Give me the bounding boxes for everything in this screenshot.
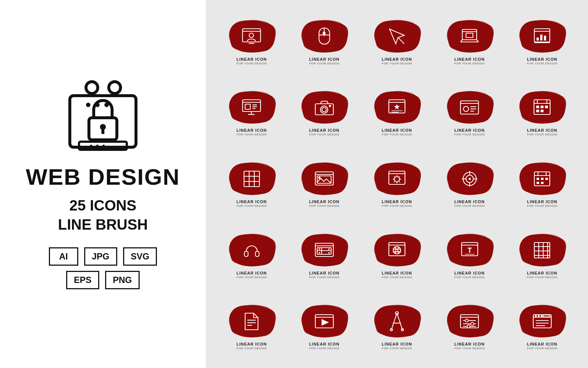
svg-point-141 [465, 319, 468, 322]
brush-bg-13 [371, 160, 423, 197]
icon-label-sub-10: FOR YOUR DESIGN [527, 133, 557, 136]
svg-point-3 [86, 103, 90, 107]
svg-rect-58 [536, 106, 539, 108]
svg-rect-28 [540, 35, 542, 40]
svg-point-42 [329, 105, 331, 107]
svg-rect-27 [537, 38, 539, 40]
icon-label-main-14: LINEAR ICON [454, 199, 485, 204]
icon-cell-2: LINEAR ICONFOR YOUR DESIGN [290, 7, 359, 76]
icon-cell-12: LINEAR ICONFOR YOUR DESIGN [290, 150, 359, 218]
icon-symbol-2 [316, 26, 333, 46]
icon-symbol-19: T [460, 241, 479, 259]
svg-point-149 [538, 315, 539, 317]
svg-point-19 [323, 32, 326, 35]
svg-rect-94 [537, 178, 539, 180]
icon-label-sub-7: FOR YOUR DESIGN [309, 133, 339, 136]
format-row-2: EPS PNG [66, 271, 140, 289]
brush-bg-11 [226, 160, 277, 197]
svg-rect-61 [536, 110, 539, 112]
icon-label-sub-14: FOR YOUR DESIGN [454, 204, 484, 208]
icon-label-sub-1: FOR YOUR DESIGN [237, 62, 267, 65]
icon-cell-8: LINEAR ICONFOR YOUR DESIGN [362, 79, 432, 147]
left-panel: WEB DESIGN 25 ICONS LINE BRUSH AI JPG SV… [0, 0, 206, 368]
icon-cell-19: T LINEAR ICONFOR YOUR DESIGN [435, 221, 505, 290]
icon-label-sub-13: FOR YOUR DESIGN [382, 204, 412, 208]
brush-bg-25 [516, 303, 568, 340]
svg-rect-59 [541, 106, 544, 108]
brush-bg-21 [226, 303, 277, 340]
svg-rect-63 [244, 171, 259, 187]
icon-symbol-14 [460, 170, 479, 188]
svg-line-79 [394, 176, 395, 177]
svg-rect-35 [245, 104, 250, 109]
svg-line-81 [399, 176, 400, 177]
svg-point-109 [328, 252, 330, 254]
icon-cell-6: LINEAR ICONFOR YOUR DESIGN [217, 79, 287, 147]
subtitle-brush: LINE BRUSH [58, 215, 148, 234]
icon-label-main-25: LINEAR ICON [527, 342, 557, 347]
icon-label-main-17: LINEAR ICON [309, 271, 340, 276]
icon-symbol-25 [532, 313, 552, 330]
icon-cell-11: LINEAR ICONFOR YOUR DESIGN [217, 150, 287, 218]
icon-cell-5: LINEAR ICONFOR YOUR DESIGN [507, 7, 577, 76]
svg-marker-131 [322, 319, 329, 326]
brush-bg-14 [444, 160, 495, 197]
brush-bg-10 [516, 89, 568, 126]
svg-rect-62 [541, 110, 544, 112]
svg-rect-60 [545, 106, 548, 108]
icon-label-sub-11: FOR YOUR DESIGN [237, 204, 267, 208]
icon-symbol-4 [459, 28, 480, 45]
icon-cell-23: LINEAR ICONFOR YOUR DESIGN [362, 292, 432, 361]
icon-label-sub-2: FOR YOUR DESIGN [309, 62, 339, 65]
icon-cell-7: LINEAR ICONFOR YOUR DESIGN [290, 79, 359, 147]
svg-point-1 [109, 82, 121, 93]
brush-bg-15 [516, 160, 568, 197]
icon-symbol-1 [241, 27, 262, 46]
title-line1: WEB DESIGN [26, 166, 180, 188]
svg-point-143 [471, 322, 474, 325]
brush-bg-2 [298, 18, 350, 55]
svg-rect-99 [244, 251, 248, 256]
icon-label-main-13: LINEAR ICON [382, 199, 412, 204]
svg-point-145 [467, 325, 470, 328]
svg-rect-22 [462, 29, 477, 40]
icon-cell-21: LINEAR ICONFOR YOUR DESIGN [217, 292, 287, 361]
svg-line-132 [391, 313, 397, 330]
brush-bg-22 [298, 303, 350, 340]
icon-symbol-11 [243, 170, 261, 188]
icon-label-main-3: LINEAR ICON [382, 57, 412, 62]
svg-point-0 [86, 82, 98, 93]
icon-symbol-16 [243, 241, 261, 259]
svg-point-107 [319, 252, 320, 254]
svg-text:T: T [467, 246, 472, 254]
icon-symbol-5 [533, 27, 551, 46]
icon-label-sub-22: FOR YOUR DESIGN [309, 347, 339, 350]
svg-rect-8 [101, 129, 104, 134]
icon-label-sub-4: FOR YOUR DESIGN [454, 62, 484, 65]
icon-label-main-11: LINEAR ICON [237, 199, 267, 204]
brush-bg-24 [444, 303, 495, 340]
svg-point-12 [103, 145, 105, 147]
icon-symbol-23 [388, 311, 406, 332]
icon-label-sub-24: FOR YOUR DESIGN [454, 347, 484, 350]
icon-symbol-17 [314, 242, 334, 258]
icon-symbol-21 [243, 311, 260, 332]
icon-label-sub-19: FOR YOUR DESIGN [454, 276, 484, 279]
icon-symbol-13 [388, 170, 406, 188]
svg-line-21 [398, 38, 404, 44]
brush-bg-17 [298, 232, 350, 269]
svg-point-150 [541, 315, 542, 317]
icon-label-sub-3: FOR YOUR DESIGN [382, 62, 412, 65]
format-svg: SVG [123, 247, 157, 266]
brush-bg-16 [226, 232, 277, 269]
svg-rect-97 [537, 182, 539, 184]
icon-symbol-7 [314, 99, 334, 116]
icon-label-main-8: LINEAR ICON [382, 128, 412, 133]
icon-label-main-22: LINEAR ICON [309, 342, 340, 347]
svg-rect-24 [466, 33, 473, 38]
icon-label-sub-25: FOR YOUR DESIGN [527, 347, 557, 350]
svg-rect-100 [255, 251, 259, 256]
svg-line-82 [394, 181, 395, 182]
brush-bg-3 [371, 18, 423, 55]
icon-label-sub-15: FOR YOUR DESIGN [527, 204, 557, 208]
